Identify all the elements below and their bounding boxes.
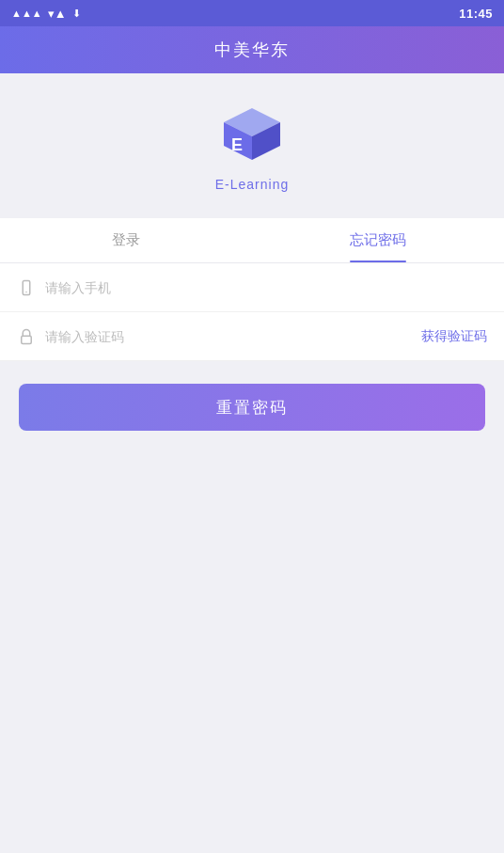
code-input[interactable]: [45, 329, 421, 344]
tab-bar: 登录 忘记密码: [0, 218, 504, 263]
app-title: 中美华东: [214, 39, 290, 61]
reset-password-button[interactable]: 重置密码: [19, 384, 485, 431]
phone-icon: [17, 278, 36, 297]
tab-forgot-password[interactable]: 忘记密码: [252, 218, 504, 262]
app-header: 中美华东: [0, 26, 504, 73]
svg-rect-6: [22, 336, 32, 343]
get-code-button[interactable]: 获得验证码: [421, 328, 487, 345]
phone-input[interactable]: [45, 280, 487, 295]
lock-icon: [17, 327, 36, 346]
download-icon: ⬇: [72, 8, 81, 20]
phone-input-row: [0, 263, 504, 312]
button-area: 重置密码: [0, 361, 504, 431]
wifi-icon: ▾▲: [48, 7, 67, 21]
signal-icon: ▲▲▲: [11, 8, 42, 19]
logo-text: E-Learning: [215, 177, 290, 192]
status-bar-left: ▲▲▲ ▾▲ ⬇: [11, 7, 81, 21]
app-logo-icon: E: [214, 103, 290, 169]
svg-text:E: E: [231, 135, 243, 154]
tab-login[interactable]: 登录: [0, 218, 252, 262]
form-area: 获得验证码: [0, 263, 504, 361]
status-bar: ▲▲▲ ▾▲ ⬇ 11:45: [0, 0, 504, 26]
status-time: 11:45: [459, 7, 493, 21]
logo-area: E E-Learning: [0, 73, 504, 218]
code-input-row: 获得验证码: [0, 312, 504, 361]
